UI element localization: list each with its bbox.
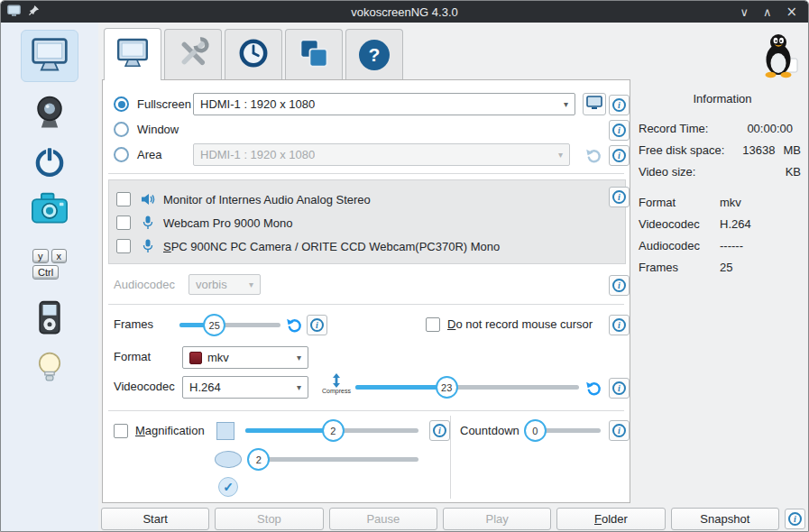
titlebar: vokoscreenNG 4.3.0 ∨ ∧ × bbox=[1, 1, 808, 23]
info-row-video-size: Video size: KB bbox=[637, 161, 808, 183]
info-button-audio[interactable]: i bbox=[609, 187, 630, 207]
frames-slider-handle[interactable]: 25 bbox=[203, 314, 225, 336]
frames-label: Frames bbox=[114, 313, 153, 336]
info-button-window[interactable]: i bbox=[609, 120, 630, 141]
info-button-main[interactable]: i bbox=[785, 509, 805, 529]
audio-device-checkbox[interactable] bbox=[116, 192, 131, 206]
videocodec-combo[interactable]: H.264 ▾ bbox=[182, 376, 308, 399]
tab-bar: ? bbox=[104, 28, 403, 80]
compress-marker: Compress bbox=[322, 373, 351, 395]
separator bbox=[108, 304, 624, 305]
start-button[interactable]: Start bbox=[101, 508, 209, 530]
information-title: Information bbox=[637, 79, 808, 105]
info-button-videocodec[interactable]: i bbox=[609, 378, 630, 399]
info-row-free-disk: Free disk space: 13638MB bbox=[637, 140, 808, 161]
format-label: Format bbox=[114, 345, 151, 369]
audio-device-label: Monitor of Internes Audio Analog Stereo bbox=[163, 193, 371, 206]
area-radio[interactable] bbox=[114, 147, 129, 162]
chevron-down-icon: ▾ bbox=[249, 280, 253, 289]
magnification-shape-square[interactable] bbox=[216, 422, 234, 440]
countdown-slider[interactable]: 0 bbox=[525, 419, 601, 442]
tools-icon bbox=[175, 35, 211, 74]
fullscreen-display-combo[interactable]: HDMI-1 : 1920 x 1080 ▾ bbox=[193, 93, 575, 115]
minimize-button[interactable]: ∨ bbox=[740, 6, 749, 18]
magnification-size-handle[interactable]: 2 bbox=[322, 419, 345, 442]
info-icon: i bbox=[433, 424, 446, 437]
audiocodec-label: Audiocodec bbox=[114, 273, 175, 297]
maximize-button[interactable]: ∧ bbox=[763, 6, 772, 18]
sidebar-item-player[interactable] bbox=[21, 295, 78, 344]
audio-device-label: Webcam Pro 9000 Mono bbox=[163, 216, 293, 230]
audio-device-checkbox[interactable] bbox=[116, 216, 131, 230]
close-button[interactable]: × bbox=[786, 5, 797, 19]
magnification-checkbox[interactable] bbox=[114, 424, 128, 438]
format-combo[interactable]: mkv ▾ bbox=[182, 346, 308, 369]
magnification-size-slider[interactable]: 2 bbox=[245, 419, 418, 442]
screen-select-button[interactable] bbox=[583, 93, 606, 115]
separator bbox=[108, 173, 624, 174]
videocodec-reset-button[interactable] bbox=[583, 377, 604, 399]
clock-icon bbox=[235, 35, 271, 74]
magnification-shape-ellipse[interactable] bbox=[215, 451, 242, 468]
info-button-frames[interactable]: i bbox=[307, 315, 327, 335]
compress-slider[interactable]: 23 bbox=[355, 376, 579, 399]
info-button-countdown[interactable]: i bbox=[609, 420, 630, 441]
tab-windows[interactable] bbox=[285, 29, 343, 79]
windows-icon bbox=[296, 35, 332, 74]
fullscreen-radio[interactable] bbox=[114, 96, 129, 112]
window-label: Window bbox=[137, 118, 179, 142]
screen-tab-icon bbox=[115, 36, 151, 73]
info-button-mouse-cursor[interactable]: i bbox=[609, 315, 630, 335]
compress-slider-handle[interactable]: 23 bbox=[436, 376, 458, 399]
sidebar-item-shortcut-keys[interactable]: y x Ctrl bbox=[21, 239, 78, 289]
key-x: x bbox=[51, 249, 68, 263]
sidebar-item-camera[interactable] bbox=[21, 187, 78, 234]
info-icon: i bbox=[612, 149, 626, 162]
tab-screen[interactable] bbox=[104, 28, 161, 80]
info-button-audiocodec[interactable]: i bbox=[609, 275, 630, 296]
undo-icon bbox=[285, 316, 303, 334]
chevron-down-icon: ▾ bbox=[297, 382, 301, 392]
info-button-fullscreen[interactable]: i bbox=[609, 95, 630, 115]
vertical-arrows-icon bbox=[332, 373, 341, 388]
vokoscreen-window: vokoscreenNG 4.3.0 ∨ ∧ × bbox=[0, 0, 809, 532]
info-button-magnification[interactable]: i bbox=[429, 420, 450, 441]
videocodec-label: Videocodec bbox=[114, 375, 175, 399]
tab-timer[interactable] bbox=[225, 29, 282, 79]
undo-icon bbox=[584, 146, 602, 164]
audio-device-row: SPC 900NC PC Camera / ORITE CCD Webcam(P… bbox=[109, 234, 625, 258]
tab-tools[interactable] bbox=[164, 29, 222, 79]
key-y: y bbox=[32, 249, 49, 263]
play-button: Play bbox=[443, 508, 551, 530]
audio-device-checkbox[interactable] bbox=[116, 239, 131, 253]
mouse-cursor-checkbox[interactable] bbox=[426, 317, 440, 332]
info-button-area[interactable]: i bbox=[609, 145, 630, 166]
info-icon: i bbox=[788, 512, 802, 526]
sidebar-item-stop[interactable] bbox=[21, 142, 78, 183]
window-radio[interactable] bbox=[114, 122, 129, 137]
audio-device-row: Monitor of Internes Audio Analog Stereo bbox=[109, 188, 625, 211]
tux-logo bbox=[759, 32, 801, 81]
area-display-combo: HDMI-1 : 1920 x 1080 ▾ bbox=[193, 143, 570, 166]
window-title: vokoscreenNG 4.3.0 bbox=[1, 5, 808, 19]
separator bbox=[450, 416, 451, 499]
info-icon: i bbox=[612, 124, 626, 137]
audiocodec-combo: vorbis ▾ bbox=[188, 274, 261, 295]
frames-reset-button[interactable] bbox=[283, 314, 305, 335]
folder-button[interactable]: Folder bbox=[556, 508, 665, 530]
magnification-zoom-handle[interactable]: 2 bbox=[247, 448, 270, 471]
frames-slider[interactable]: 25 bbox=[179, 314, 280, 336]
countdown-label: Countdown bbox=[460, 419, 519, 443]
magnification-zoom-slider[interactable]: 2 bbox=[249, 448, 418, 471]
info-icon: i bbox=[612, 318, 626, 332]
countdown-slider-handle[interactable]: 0 bbox=[524, 419, 547, 442]
magnification-confirm-toggle[interactable]: ✓ bbox=[218, 477, 238, 497]
app-icon bbox=[7, 5, 21, 20]
sidebar-item-webcam[interactable] bbox=[21, 89, 78, 138]
sidebar-item-help-bulb[interactable] bbox=[21, 347, 78, 390]
sidebar-item-screen[interactable] bbox=[21, 30, 78, 82]
tab-help[interactable]: ? bbox=[345, 29, 403, 79]
snapshot-button[interactable]: Snapshot bbox=[671, 508, 779, 530]
info-icon: i bbox=[612, 424, 626, 437]
pin-icon[interactable] bbox=[28, 5, 40, 19]
